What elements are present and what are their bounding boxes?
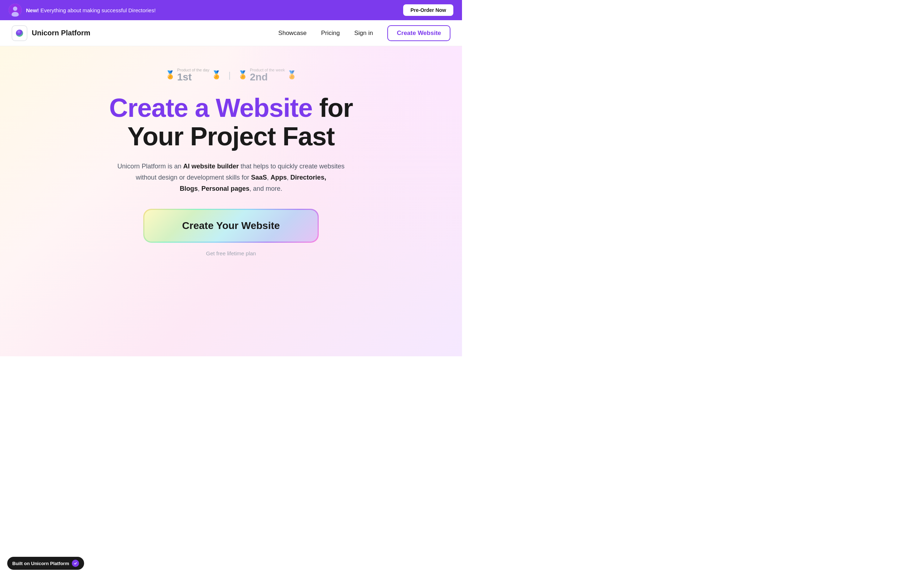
nav-showcase[interactable]: Showcase [278, 29, 307, 37]
announcement-avatar [9, 3, 22, 16]
nav-pricing[interactable]: Pricing [321, 29, 340, 37]
svg-point-4 [16, 29, 23, 37]
headline-line2: Your Project Fast [128, 122, 334, 151]
hero-description: Unicorn Platform is an AI website builde… [108, 161, 354, 194]
award-day-rank: 1st [177, 72, 209, 82]
svg-point-1 [13, 6, 17, 11]
hero-section: 🏅 Product of the day 1st 🏅 | 🏅 Product o… [0, 46, 462, 356]
headline-purple: Create a Website [109, 93, 313, 122]
award-day: 🏅 Product of the day 1st 🏅 [165, 68, 221, 82]
create-website-button[interactable]: Create Website [387, 25, 451, 41]
free-plan-text: Get free lifetime plan [206, 250, 256, 256]
announcement-bar: New! Everything about making successful … [0, 0, 462, 20]
pre-order-button[interactable]: Pre-Order Now [403, 4, 453, 16]
award-week-rank: 2nd [250, 72, 285, 82]
laurel-right-2: 🏅 [287, 70, 297, 80]
headline-for: for [312, 93, 353, 122]
award-week: 🏅 Product of the week 2nd 🏅 [238, 68, 297, 82]
new-badge: New! [26, 7, 39, 13]
navbar: Unicorn Platform Showcase Pricing Sign i… [0, 20, 462, 46]
hero-headline: Create a Website for Your Project Fast [109, 94, 353, 151]
nav-signin[interactable]: Sign in [354, 29, 373, 37]
cta-wrapper: Create Your Website [144, 210, 318, 242]
laurel-left-1: 🏅 [165, 70, 175, 80]
laurel-left-2: 🏅 [238, 70, 247, 80]
logo-text: Unicorn Platform [32, 29, 90, 37]
navbar-links: Showcase Pricing Sign in Create Website [278, 25, 451, 41]
logo-icon [11, 25, 27, 41]
awards-row: 🏅 Product of the day 1st 🏅 | 🏅 Product o… [165, 68, 297, 82]
announcement-text: New! Everything about making successful … [26, 7, 155, 13]
create-your-website-button[interactable]: Create Your Website [144, 210, 318, 242]
laurel-right-1: 🏅 [212, 70, 221, 80]
announcement-left: New! Everything about making successful … [9, 3, 155, 16]
award-divider: | [228, 70, 231, 80]
navbar-logo: Unicorn Platform [11, 25, 90, 41]
